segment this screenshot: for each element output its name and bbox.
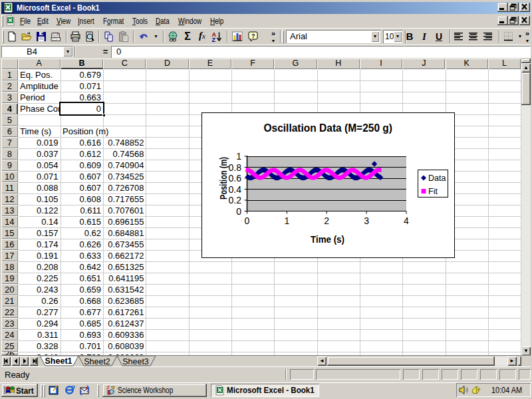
svg-text:1: 1 [236,151,241,162]
svg-text:0.6: 0.6 [229,173,242,184]
svg-text:0.4: 0.4 [229,184,242,195]
svg-text:0.2: 0.2 [229,195,242,205]
svg-text:0.8: 0.8 [229,162,242,173]
svg-text:0: 0 [236,206,241,217]
svg-text:3: 3 [364,215,369,226]
svg-text:Position (m): Position (m) [217,157,229,200]
svg-text:0: 0 [245,215,250,226]
svg-text:Time (s): Time (s) [311,233,344,245]
svg-text:Oscillation Data (M=250 g): Oscillation Data (M=250 g) [264,122,393,134]
svg-text:Data: Data [428,174,446,183]
svg-text:Fit: Fit [428,187,438,196]
svg-text:4: 4 [404,215,409,226]
svg-text:?: ? [251,33,255,39]
svg-text:1: 1 [285,215,290,226]
svg-text:2: 2 [324,215,329,226]
svg-text:Z: Z [212,37,216,43]
